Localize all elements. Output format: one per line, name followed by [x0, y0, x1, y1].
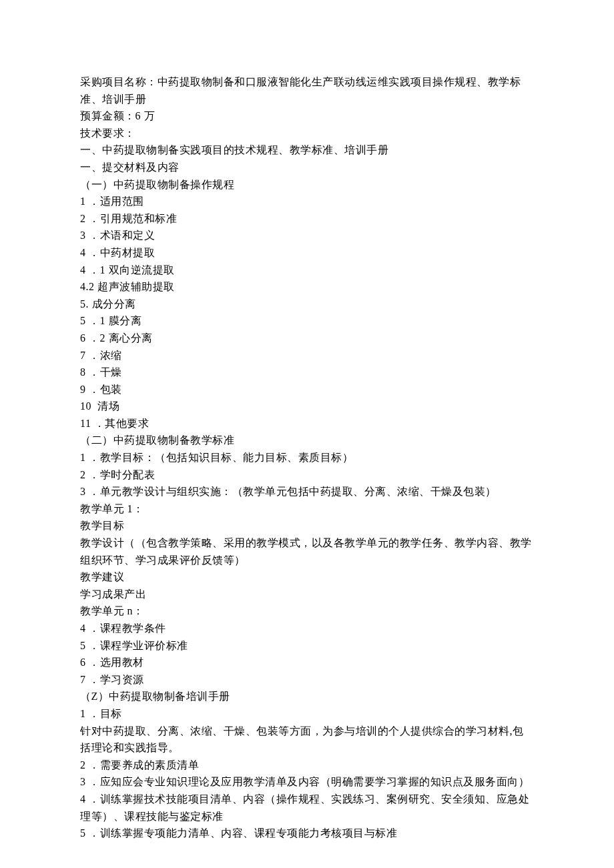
text-line: （一）中药提取物制备操作规程 — [80, 176, 534, 193]
text-line: 教学单元 n： — [80, 602, 534, 620]
text-line: 学习成果产出 — [80, 586, 534, 603]
text-line: 技术要求： — [80, 125, 534, 142]
text-line: 3 ．术语和定义 — [80, 227, 534, 244]
text-line: （二）中药提取物制备教学标准 — [80, 432, 534, 449]
text-line: 2 ．引用规范和标准 — [80, 210, 534, 228]
text-line: 预算金额：6 万 — [80, 107, 534, 125]
text-line: 针对中药提取、分离、浓缩、干燥、包装等方面，为参与培训的个人提供综合的学习材料,… — [80, 723, 534, 757]
text-line: 5 ．课程学业评价标准 — [80, 637, 534, 655]
text-line: 教学单元 1： — [80, 500, 534, 518]
text-line: 5. 成分分离 — [80, 296, 534, 313]
text-line: 3 ．应知应会专业知识理论及应用教学清单及内容（明确需要学习掌握的知识点及服务面… — [80, 773, 534, 791]
text-line: 1 ．教学目标：（包括知识目标、能力目标、素质目标） — [80, 449, 534, 466]
text-line: 1 ．目标 — [80, 705, 534, 723]
text-line: 教学目标 — [80, 517, 534, 534]
text-line: 4 ．中药材提取 — [80, 244, 534, 262]
text-line: 1 ．适用范围 — [80, 193, 534, 210]
text-line: 4 ．训练掌握技术技能项目清单、内容（操作规程、实践练习、案例研究、安全须知、应… — [80, 791, 534, 825]
text-line: 7 ．学习资源 — [80, 671, 534, 689]
text-line: 8 ．干燥 — [80, 364, 534, 381]
text-line: 11 ．其他要求 — [80, 415, 534, 432]
text-line: 5 ．训练掌握专项能力清单、内容、课程专项能力考核项目与标准 — [80, 825, 534, 842]
text-line: 采购项目名称：中药提取物制备和口服液智能化生产联动线运维实践项目操作规程、教学标… — [80, 73, 534, 107]
text-line: 2 ．需要养成的素质清单 — [80, 757, 534, 774]
text-line: 一、提交材料及内容 — [80, 159, 534, 176]
text-line: 5 ．1 膜分离 — [80, 312, 534, 330]
document-page: 采购项目名称：中药提取物制备和口服液智能化生产联动线运维实践项目操作规程、教学标… — [0, 0, 614, 868]
text-line: 10 清场 — [80, 398, 534, 415]
text-line: 4 ．课程教学条件 — [80, 620, 534, 637]
text-line: 9 ．包装 — [80, 381, 534, 398]
text-line: 4 ．1 双向逆流提取 — [80, 262, 534, 279]
text-line: 4.2 超声波辅助提取 — [80, 278, 534, 296]
text-line: 6 ．选用教材 — [80, 654, 534, 671]
text-line: 教学设计（（包含教学策略、采用的教学模式，以及各教学单元的教学任务、教学内容、教… — [80, 534, 534, 568]
text-line: 3 ．单元教学设计与组织实施：（教学单元包括中药提取、分离、浓缩、干燥及包装） — [80, 483, 534, 500]
text-line: 一、中药提取物制备实践项目的技术规程、教学标准、培训手册 — [80, 141, 534, 159]
text-line: 6 ．2 离心分离 — [80, 330, 534, 347]
text-line: 7 ．浓缩 — [80, 347, 534, 364]
text-line: 2 ．学时分配表 — [80, 466, 534, 484]
text-line: 教学建议 — [80, 568, 534, 586]
text-line: （Z）中药提取物制备培训手册 — [80, 688, 534, 705]
